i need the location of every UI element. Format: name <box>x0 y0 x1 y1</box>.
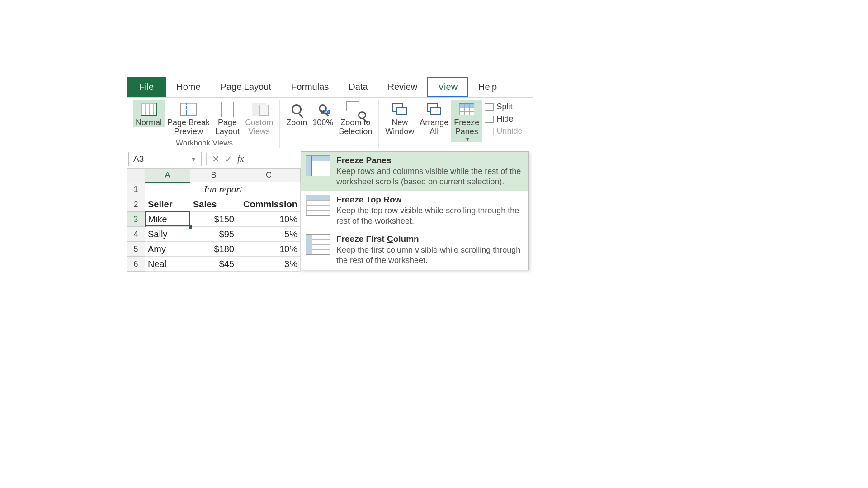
tab-data[interactable]: Data <box>339 77 377 97</box>
freeze-panes-option-icon <box>306 155 330 176</box>
annotation-arrow <box>371 249 420 249</box>
grid-icon <box>140 101 158 117</box>
menu-item-title: Freeze Panes <box>336 155 522 165</box>
label: Normal <box>136 118 162 127</box>
col-header-B[interactable]: B <box>190 169 237 182</box>
new-window-icon <box>391 101 409 117</box>
tab-review[interactable]: Review <box>378 77 428 97</box>
group-window: New Window Arrange All Freeze Panes Spli… <box>379 100 528 148</box>
label: 100% <box>312 118 333 127</box>
group-workbook-views: Normal Page Break Preview Page Layout Cu… <box>129 100 280 148</box>
col-header-A[interactable]: A <box>145 169 190 182</box>
tab-file[interactable]: File <box>127 77 166 97</box>
window-small-buttons: Split Hide Unhide <box>482 100 525 138</box>
freeze-panes-icon <box>458 101 476 117</box>
header-seller[interactable]: Seller <box>145 197 190 212</box>
select-all-corner[interactable] <box>127 169 145 182</box>
label: Freeze Panes <box>454 118 479 136</box>
zoom-to-selection-button[interactable]: Zoom to Selection <box>336 100 375 136</box>
menu-item-desc: Keep the first column visible while scro… <box>336 245 522 265</box>
ribbon-tabs: File Home Page Layout Formulas Data Revi… <box>127 77 533 98</box>
label: Zoom <box>286 118 307 127</box>
menu-item-freeze-top-row[interactable]: Freeze Top Row Keep the top row visible … <box>301 191 528 230</box>
zoom-100-icon: 100 <box>314 101 332 117</box>
row-header-6[interactable]: 6 <box>127 257 145 272</box>
fx-icon[interactable]: fx <box>237 154 244 164</box>
ribbon: Normal Page Break Preview Page Layout Cu… <box>127 98 533 150</box>
page-break-icon <box>179 101 198 117</box>
row-header-1[interactable]: 1 <box>127 182 145 197</box>
cell-A4[interactable]: Sally <box>145 227 190 242</box>
new-window-button[interactable]: New Window <box>382 100 417 136</box>
menu-item-freeze-first-column[interactable]: Freeze First Column Keep the first colum… <box>301 230 528 270</box>
cell-B3[interactable]: $150 <box>190 212 237 227</box>
zoom-selection-icon <box>346 101 364 117</box>
name-box[interactable]: A3 ▼ <box>128 152 202 166</box>
unhide-button[interactable]: Unhide <box>485 127 522 136</box>
cell-A5[interactable]: Amy <box>145 242 190 257</box>
zoom-button[interactable]: Zoom <box>283 100 310 127</box>
split-button[interactable]: Split <box>485 102 522 112</box>
menu-item-title: Freeze First Column <box>336 234 522 244</box>
tab-page-layout[interactable]: Page Layout <box>211 77 281 97</box>
tab-formulas[interactable]: Formulas <box>281 77 339 97</box>
label: Arrange All <box>420 118 448 136</box>
row-header-2[interactable]: 2 <box>127 197 145 212</box>
group-zoom: Zoom 100 100% Zoom to Selection <box>280 100 379 148</box>
cell-A6[interactable]: Neal <box>145 257 190 272</box>
group-label: Workbook Views <box>176 139 233 148</box>
cell-C3[interactable]: 10% <box>237 212 301 227</box>
custom-views-icon <box>250 101 268 117</box>
tab-home[interactable]: Home <box>166 77 210 97</box>
menu-item-desc: Keep rows and columns visible while the … <box>336 166 522 187</box>
menu-item-freeze-panes[interactable]: Freeze Panes Keep rows and columns visib… <box>301 152 528 191</box>
name-box-value: A3 <box>133 154 144 164</box>
cell-B4[interactable]: $95 <box>190 227 237 242</box>
cell-A3[interactable]: Mike <box>145 212 190 227</box>
label: Custom Views <box>245 118 273 136</box>
menu-item-desc: Keep the top row visible while scrolling… <box>336 206 522 226</box>
arrange-all-icon <box>425 101 443 117</box>
split-icon <box>485 103 494 111</box>
cell-B6[interactable]: $45 <box>190 257 237 272</box>
tab-help[interactable]: Help <box>468 77 507 97</box>
page-icon <box>218 101 236 117</box>
title-cell[interactable]: Jan report <box>145 182 301 197</box>
cell-B5[interactable]: $180 <box>190 242 237 257</box>
label: Page Layout <box>215 118 240 136</box>
label: New Window <box>385 118 414 136</box>
header-sales[interactable]: Sales <box>190 197 237 212</box>
custom-views-button[interactable]: Custom Views <box>242 100 276 136</box>
fill-handle[interactable] <box>189 225 192 229</box>
enter-formula-button[interactable]: ✓ <box>222 154 235 164</box>
normal-view-button[interactable]: Normal <box>133 100 165 127</box>
hide-button[interactable]: Hide <box>485 114 522 124</box>
col-header-C[interactable]: C <box>237 169 301 182</box>
unhide-icon <box>485 128 494 135</box>
freeze-panes-dropdown: Freeze Panes Keep rows and columns visib… <box>301 151 529 270</box>
freeze-top-row-icon <box>306 195 330 216</box>
chevron-down-icon: ▼ <box>190 155 197 163</box>
row-header-5[interactable]: 5 <box>127 242 145 257</box>
cancel-formula-button[interactable]: ✕ <box>209 154 222 164</box>
arrange-all-button[interactable]: Arrange All <box>417 100 451 136</box>
zoom-100-button[interactable]: 100 100% <box>310 100 336 127</box>
cell-C6[interactable]: 3% <box>237 257 301 272</box>
row-header-4[interactable]: 4 <box>127 227 145 242</box>
hide-icon <box>485 116 494 123</box>
menu-item-title: Freeze Top Row <box>336 195 522 205</box>
grid: A B C 1 Jan report 2 Seller Sales Commis… <box>127 168 301 272</box>
label: Page Break Preview <box>167 118 210 136</box>
page-break-preview-button[interactable]: Page Break Preview <box>165 100 212 136</box>
freeze-first-column-icon <box>306 234 330 255</box>
freeze-panes-button[interactable]: Freeze Panes <box>451 100 482 142</box>
cell-C5[interactable]: 10% <box>237 242 301 257</box>
tab-view[interactable]: View <box>427 77 468 97</box>
page-layout-button[interactable]: Page Layout <box>212 100 242 136</box>
cell-C4[interactable]: 5% <box>237 227 301 242</box>
row-header-3[interactable]: 3 <box>127 212 145 227</box>
magnifier-icon <box>288 101 306 117</box>
header-commission[interactable]: Commission <box>237 197 301 212</box>
